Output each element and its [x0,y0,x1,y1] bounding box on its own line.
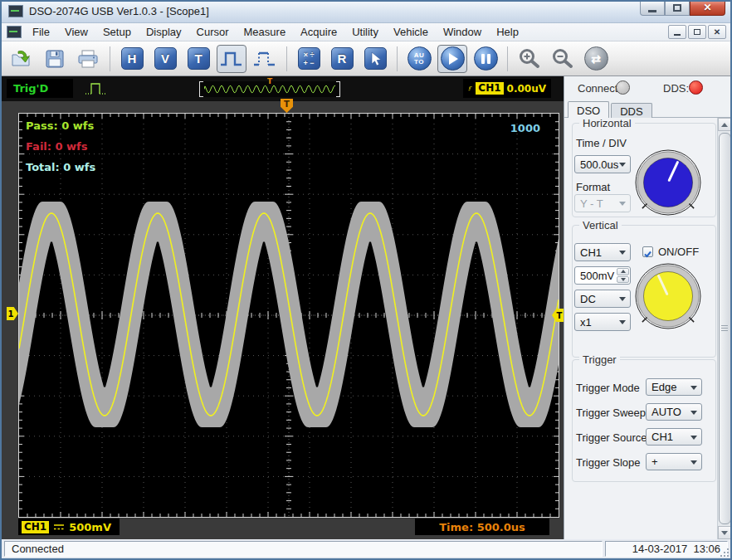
channel-onoff-checkbox[interactable] [642,246,653,257]
toolbar-separator [286,46,287,71]
time-div-select[interactable]: 500.0us [574,155,631,173]
preview-bracket-left [199,81,203,97]
zoom-in-icon [517,47,542,70]
menu-setup[interactable]: Setup [95,24,139,40]
horizontal-cursor-button[interactable]: H [117,45,147,73]
coupling-select[interactable]: DC [574,290,631,308]
trigger-status: Trig'D [7,79,73,98]
menu-view[interactable]: View [57,24,95,40]
menu-utility[interactable]: Utility [344,24,386,40]
transfer-icon: ⇄ [584,46,608,71]
trigger-mode-select[interactable]: Edge [646,378,702,396]
zoom-in-button[interactable] [515,45,544,73]
reference-button[interactable]: R [327,45,357,73]
trigger-slope-select[interactable]: + [646,453,702,470]
toolbar-separator [397,46,398,71]
save-button[interactable] [40,45,70,73]
connection-status-text: Connected [4,541,603,557]
mdi-minimize-button[interactable] [668,25,686,39]
total-counter: Total: 0 wfs [26,161,95,173]
menu-bar: File View Setup Display Cursor Measure A… [2,23,730,41]
arrow-up-icon [721,123,728,127]
trigger-sweep-select[interactable]: AUTO [646,403,702,421]
channel-select[interactable]: CH1 [574,243,631,261]
pass-counter: Pass: 0 wfs [26,119,94,132]
menu-help[interactable]: Help [489,24,526,40]
minimize-icon [648,10,656,12]
trigger-readout: CH1 0.00uV [463,79,551,98]
r-icon: R [331,47,354,70]
trigger-source-label: Trigger Source [576,431,647,444]
mdi-restore-icon [694,29,700,35]
trigger-group-title: Trigger [579,353,620,366]
pointer-button[interactable] [360,45,390,73]
open-folder-icon [11,49,33,69]
tab-dds[interactable]: DDS [611,103,651,118]
waveform-preview[interactable]: T [199,81,340,97]
volts-div-spinner[interactable]: 500mV [574,266,631,285]
math-button[interactable]: × ÷+ − [294,45,324,73]
pass-fail-mask-button[interactable] [217,45,246,73]
app-icon [8,5,23,17]
close-button[interactable]: ✕ [690,0,725,16]
format-select: Y - T [574,194,631,212]
trigger-cursor-button[interactable]: T [183,45,213,73]
trigger-source-select[interactable]: CH1 [646,428,702,446]
channel-scale-label: CH1 500mV [18,519,120,535]
maximize-button[interactable] [665,0,690,16]
mdi-close-icon: ✕ [714,27,720,37]
connect-indicator [616,80,630,95]
menu-measure[interactable]: Measure [237,24,294,40]
scroll-up-button[interactable] [718,118,731,131]
vertical-cursor-button[interactable]: V [150,45,180,73]
menu-vehicle[interactable]: Vehicle [386,24,436,40]
format-label: Format [576,181,610,193]
menu-window[interactable]: Window [436,24,489,40]
spin-down-icon[interactable] [617,276,629,284]
panel-scrollbar[interactable] [717,118,730,539]
pass-fail-edit-button[interactable] [250,45,280,73]
mdi-minimize-icon [674,34,681,36]
menu-file[interactable]: File [25,24,57,40]
title-bar: DSO-2074G USB Ver1.0.3 - [Scope1] ✕ [0,0,732,23]
pause-button[interactable] [471,45,500,73]
mdi-child-icon[interactable] [7,26,22,38]
auto-icon: AUTO [407,46,432,71]
chevron-down-icon [619,320,626,324]
toolbar: H V T × ÷+ − R AUT [2,41,730,76]
scroll-down-button[interactable] [718,526,731,539]
horizontal-group: Horizontal Time / DIV 500.0us Format Y -… [572,123,716,217]
math-icon: × ÷+ − [298,47,320,70]
h-icon: H [121,47,144,70]
preview-bracket-right [336,81,340,97]
trigger-position-marker[interactable]: T [281,99,293,113]
window-title: DSO-2074G USB Ver1.0.3 - [Scope1] [29,5,209,17]
spin-up-icon[interactable] [617,268,629,275]
minimize-button[interactable] [640,0,665,16]
tab-dso[interactable]: DSO [568,101,609,118]
autoset-button[interactable]: AUTO [404,45,434,73]
run-button[interactable] [437,45,467,73]
menu-display[interactable]: Display [139,24,189,40]
mdi-close-button[interactable]: ✕ [708,25,726,39]
trigger-channel-chip: CH1 [476,82,503,95]
play-icon [441,46,465,71]
vertical-knob[interactable] [635,263,701,329]
print-button[interactable] [73,45,103,73]
panel-tabs: DSO DDS [568,101,654,118]
menu-acquire[interactable]: Acquire [293,24,344,40]
menu-cursor[interactable]: Cursor [189,24,237,40]
scrollbar-thumb[interactable] [719,133,731,524]
pulse-icon [219,49,244,69]
probe-select[interactable]: x1 [574,313,631,331]
toolbar-separator [110,46,110,71]
horizontal-knob[interactable] [635,149,701,216]
zoom-out-icon [550,47,575,70]
resize-grip[interactable] [720,548,730,558]
transfer-button[interactable]: ⇄ [581,45,611,73]
open-button[interactable] [7,45,37,73]
zoom-out-button[interactable] [548,45,578,73]
mdi-restore-button[interactable] [688,25,706,39]
channel1-level-marker[interactable]: 1 [7,307,18,320]
print-icon [76,49,100,69]
